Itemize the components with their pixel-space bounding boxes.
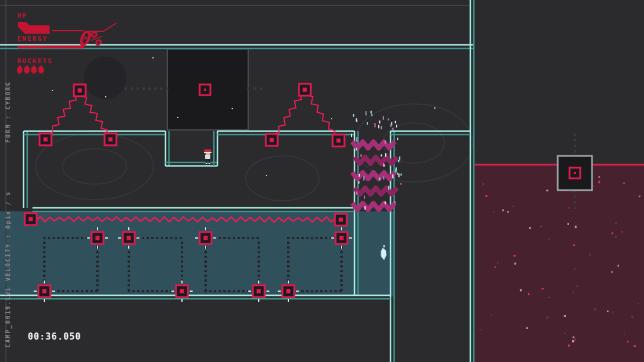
box-outline xyxy=(223,237,226,239)
pool-speckle xyxy=(508,211,509,213)
sparkle-particle xyxy=(401,183,402,185)
box-outline xyxy=(175,237,177,239)
sparkle-particle xyxy=(385,153,386,156)
pool-speckle xyxy=(612,271,613,272)
rocket-icon xyxy=(31,65,37,75)
timer-value: 00:36.050 xyxy=(28,331,81,342)
sparkle-particle xyxy=(392,128,393,131)
box-outline xyxy=(223,290,226,292)
dotted-track xyxy=(160,87,162,90)
box-outline xyxy=(204,275,207,277)
room-block xyxy=(167,49,248,130)
sparkle-particle xyxy=(365,206,366,210)
scene-canvas xyxy=(0,0,644,362)
box-outline xyxy=(219,290,221,292)
red-node-core xyxy=(303,88,307,92)
sparkle-particle xyxy=(396,167,397,171)
box-outline xyxy=(340,270,343,272)
red-node-core xyxy=(29,217,33,221)
box-outline xyxy=(128,256,130,258)
pool-speckle xyxy=(513,255,516,257)
energy-value: 0% xyxy=(78,28,103,48)
box-outline xyxy=(48,237,50,239)
pool-speckle xyxy=(482,183,484,185)
box-outline xyxy=(233,237,235,239)
dotted-track xyxy=(136,87,139,90)
red-pool-area xyxy=(475,165,644,362)
red-node-core xyxy=(340,236,344,240)
box-outline xyxy=(258,256,260,258)
box-outline xyxy=(287,237,290,239)
pool-speckle xyxy=(638,303,639,304)
box-outline xyxy=(96,289,99,291)
sparkle-particle xyxy=(380,126,382,129)
box-outline xyxy=(330,290,332,292)
pool-speckle xyxy=(529,227,531,229)
rocket-icon xyxy=(17,65,22,75)
box-outline xyxy=(320,237,323,239)
node-tick xyxy=(190,291,193,292)
box-outline xyxy=(43,237,45,239)
box-outline xyxy=(156,290,158,292)
box-outline xyxy=(340,265,343,268)
pool-speckle xyxy=(540,226,542,227)
box-outline xyxy=(57,290,60,292)
pool-speckle xyxy=(615,236,617,238)
box-outline xyxy=(57,237,60,239)
box-outline xyxy=(96,251,99,253)
node-tick xyxy=(349,237,352,239)
box-outline xyxy=(96,260,99,263)
red-node-core xyxy=(96,236,100,240)
box-outline xyxy=(181,265,183,268)
player-face xyxy=(206,153,210,155)
sparkle-particle xyxy=(380,154,382,156)
box-outline xyxy=(287,256,290,258)
red-node-core xyxy=(337,139,341,143)
pool-speckle xyxy=(612,311,613,314)
red-node-core xyxy=(78,89,82,93)
box-outline xyxy=(287,270,290,272)
pool-speckle xyxy=(486,195,487,197)
box-outline xyxy=(67,237,69,239)
node-tick xyxy=(248,291,251,292)
node-tick xyxy=(97,227,98,230)
box-outline xyxy=(181,246,183,249)
box-outline xyxy=(71,237,74,239)
sparkle-particle xyxy=(385,141,386,144)
node-tick xyxy=(128,227,129,230)
box-outline xyxy=(128,289,130,291)
box-outline xyxy=(256,237,259,239)
sparkle-particle xyxy=(388,118,389,120)
red-node-core xyxy=(287,289,291,293)
box-outline xyxy=(62,237,64,239)
node-tick xyxy=(288,281,289,283)
player-foot xyxy=(206,163,207,164)
node-tick xyxy=(258,299,259,302)
box-outline xyxy=(151,290,154,292)
box-outline xyxy=(62,290,64,292)
sparkle-particle xyxy=(351,134,352,138)
pool-speckle xyxy=(490,314,492,315)
box-outline xyxy=(258,242,260,244)
node-tick xyxy=(205,227,206,230)
box-outline xyxy=(128,279,130,282)
sparkle-particle xyxy=(383,176,384,180)
level-name-label: CAMP_0019.LVL xyxy=(5,283,11,351)
box-outline xyxy=(170,237,173,239)
box-outline xyxy=(181,260,183,263)
box-outline xyxy=(287,242,290,244)
box-outline xyxy=(204,284,207,286)
box-outline xyxy=(287,260,290,263)
box-outline xyxy=(316,290,318,292)
box-outline xyxy=(128,284,130,286)
box-outline xyxy=(311,237,313,239)
box-outline xyxy=(287,251,290,253)
box-outline xyxy=(301,290,304,292)
box-outline xyxy=(204,265,207,268)
dotted-track xyxy=(154,87,157,90)
pool-speckle xyxy=(568,344,570,347)
player-leg xyxy=(209,159,210,164)
pool-speckle xyxy=(599,181,600,182)
node-tick xyxy=(44,299,45,302)
game-viewport[interactable]: HP ENERGY 0% ROCKETS FORM : CYBORG VELOC… xyxy=(0,0,644,362)
